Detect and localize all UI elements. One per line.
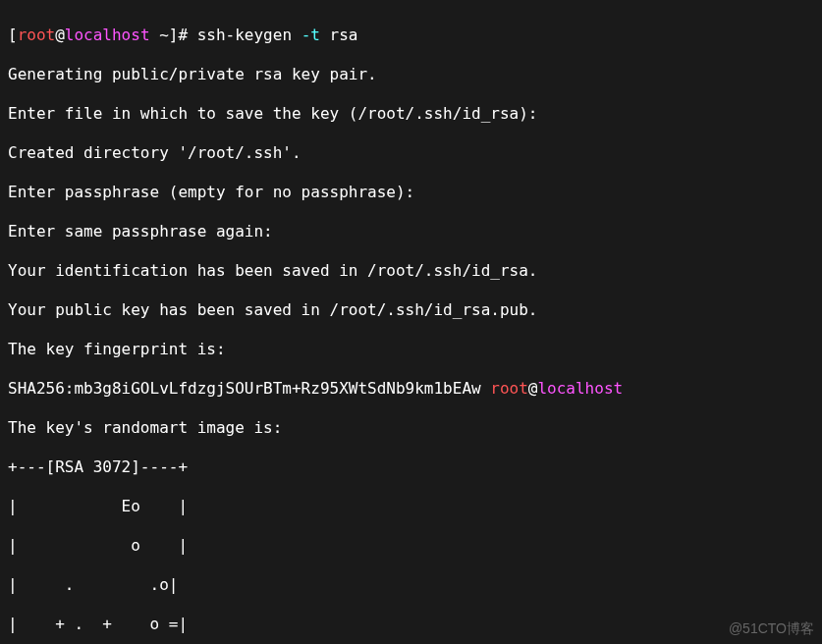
bracket-open: [ [8,26,18,44]
watermark-text: @51CTO博客 [729,618,814,638]
prompt-host: localhost [65,26,150,44]
fingerprint-hash: SHA256:mb3g8iGOLvLfdzgjSOUrBTm+Rz95XWtSd… [8,379,490,398]
randomart-line: +---[RSA 3072]----+ [8,457,814,477]
fingerprint-host: localhost [537,379,623,398]
randomart-line: | Eo | [8,497,814,516]
output-line: Enter file in which to save the key (/ro… [8,104,814,124]
output-line: Generating public/private rsa key pair. [8,65,814,84]
cmd-opt-t: -t [301,26,320,44]
randomart-line: | . .o| [8,575,814,595]
fingerprint-line: SHA256:mb3g8iGOLvLfdzgjSOUrBTm+Rz95XWtSd… [8,379,814,399]
output-line: Created directory '/root/.ssh'. [8,143,814,163]
output-line: Your public key has been saved in /root/… [8,300,814,320]
terminal-window[interactable]: [root@localhost ~]# ssh-keygen -t rsa Ge… [0,0,822,644]
randomart-title: The key's randomart image is: [8,418,814,438]
prompt-at: @ [55,26,65,44]
fingerprint-at: @ [528,379,538,398]
output-line: The key fingerprint is: [8,340,814,359]
prompt-rest: ~]# [150,26,197,44]
cmd-keygen: ssh-keygen [197,26,301,44]
output-line: Enter same passphrase again: [8,222,814,242]
prompt-user: root [18,26,56,44]
fingerprint-user: root [490,379,528,398]
output-line: Enter passphrase (empty for no passphras… [8,183,814,202]
randomart-line: | + . + o =| [8,615,814,634]
cmd-rsa: rsa [320,26,358,44]
prompt-line-1: [root@localhost ~]# ssh-keygen -t rsa [8,26,814,45]
output-line: Your identification has been saved in /r… [8,261,814,281]
randomart-line: | o | [8,536,814,556]
